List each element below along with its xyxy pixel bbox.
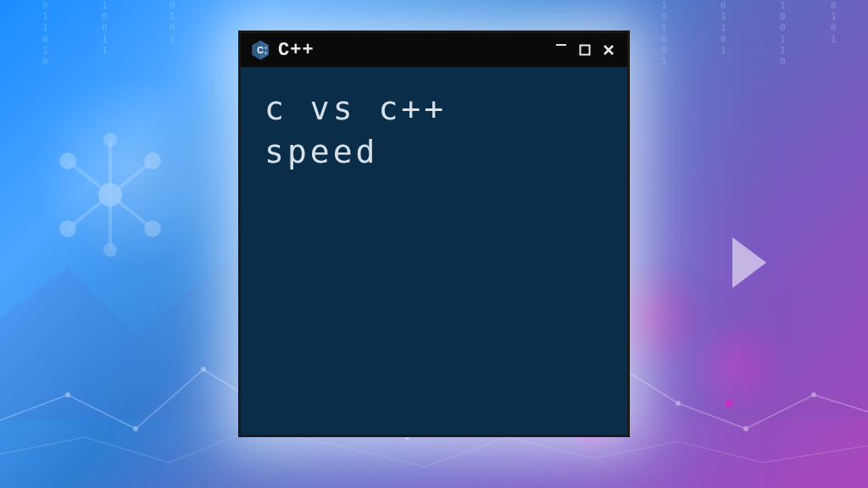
svg-text:C: C xyxy=(257,45,264,55)
cpp-logo-icon: C + + xyxy=(249,39,271,61)
svg-point-14 xyxy=(133,426,138,431)
minimize-button[interactable] xyxy=(551,40,571,60)
svg-point-26 xyxy=(725,399,733,408)
molecule-decoration xyxy=(34,119,186,271)
svg-line-9 xyxy=(68,195,110,229)
terminal-line-1: c vs c++ xyxy=(264,87,604,130)
svg-text:+: + xyxy=(264,46,267,50)
svg-point-23 xyxy=(743,426,748,431)
close-button[interactable] xyxy=(598,40,619,60)
play-triangle-decoration xyxy=(732,237,766,288)
terminal-window: C + + C++ c vs c++ speed xyxy=(238,30,630,437)
svg-line-7 xyxy=(68,161,110,195)
titlebar[interactable]: C + + C++ xyxy=(241,33,627,67)
maximize-button[interactable] xyxy=(575,40,595,60)
terminal-body: c vs c++ speed xyxy=(241,67,627,195)
terminal-line-2: speed xyxy=(264,130,604,174)
svg-rect-33 xyxy=(581,46,590,55)
svg-text:+: + xyxy=(264,51,267,55)
svg-point-24 xyxy=(811,392,816,397)
svg-point-22 xyxy=(676,401,681,406)
window-title: C++ xyxy=(278,40,544,61)
svg-line-8 xyxy=(110,161,153,195)
svg-line-10 xyxy=(110,195,153,229)
svg-point-13 xyxy=(65,392,70,397)
svg-point-15 xyxy=(201,367,206,372)
window-controls xyxy=(551,40,619,60)
